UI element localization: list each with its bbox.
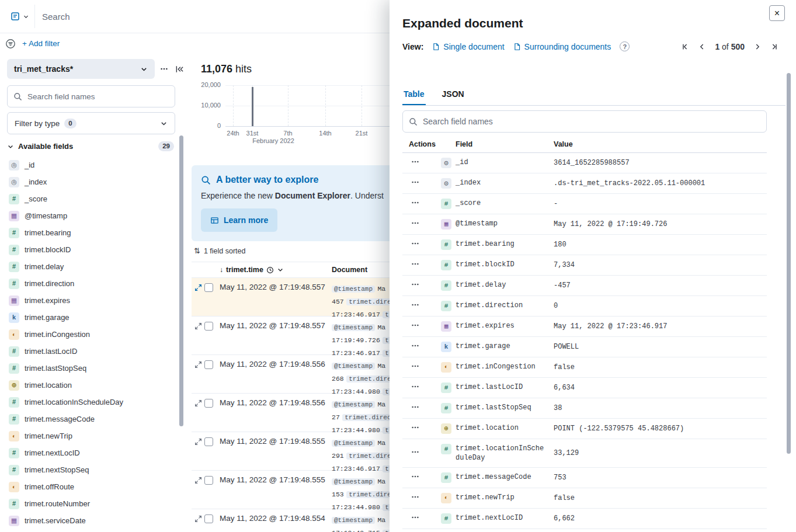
index-pattern-name: tri_met_tracks*	[14, 64, 73, 74]
sidebar-scrollbar[interactable]	[179, 135, 183, 426]
field-actions-button[interactable]	[411, 260, 419, 268]
clock-icon	[266, 266, 274, 274]
field-search-input[interactable]	[7, 85, 175, 107]
field-value: 6,634	[554, 379, 767, 397]
field-actions-button[interactable]	[411, 513, 419, 521]
callout-title: A better way to explore	[216, 175, 318, 185]
field-actions-button[interactable]	[411, 383, 419, 391]
field-list-item[interactable]: #trimet.locationInScheduleDay	[7, 394, 174, 411]
field-list-item[interactable]: ◐trimet.newTrip	[7, 427, 174, 444]
select-document-checkbox[interactable]	[204, 514, 213, 523]
expand-document-button[interactable]	[192, 513, 204, 523]
expand-document-button[interactable]	[192, 282, 204, 291]
add-filter-button[interactable]: + Add filter	[22, 39, 60, 48]
select-document-checkbox[interactable]	[204, 360, 213, 369]
field-list-item[interactable]: ▦trimet.expires	[7, 292, 174, 309]
index-pattern-switcher[interactable]: tri_met_tracks*	[7, 59, 155, 79]
actions-menu-icon	[411, 493, 419, 501]
learn-more-button[interactable]: Learn more	[201, 208, 277, 232]
field-list-item[interactable]: ◎_index	[7, 173, 174, 190]
first-page-button[interactable]	[681, 43, 689, 51]
time-column-header[interactable]: ↓ trimet.time	[220, 266, 332, 274]
field-list-item[interactable]: ▦trimet.serviceDate	[7, 512, 174, 529]
field-list-item[interactable]: #trimet.lastStopSeq	[7, 360, 174, 377]
field-list-item[interactable]: #trimet.delay	[7, 258, 174, 275]
field-actions-button[interactable]	[411, 493, 419, 501]
select-document-checkbox[interactable]	[204, 476, 213, 485]
field-actions-button[interactable]	[411, 403, 419, 411]
select-document-checkbox[interactable]	[204, 437, 213, 446]
last-page-button[interactable]	[770, 43, 778, 51]
field-list-item[interactable]: #trimet.messageCode	[7, 411, 174, 427]
tab-table[interactable]: Table	[402, 85, 426, 105]
field-actions-button[interactable]	[411, 423, 419, 432]
field-name: trimet.expires	[456, 321, 515, 331]
field-value: false	[554, 489, 767, 507]
field-actions-button[interactable]	[411, 219, 419, 227]
field-actions-button[interactable]	[411, 178, 419, 186]
field-list-item[interactable]: #trimet.nextLocID	[7, 444, 174, 461]
help-icon[interactable]: ?	[620, 41, 630, 51]
field-list-item[interactable]: #trimet.nextStopSeq	[7, 461, 174, 478]
field-value-text: 291	[332, 452, 344, 460]
available-fields-count-badge: 29	[158, 141, 174, 151]
field-list-item[interactable]: #trimet.lastLocID	[7, 343, 174, 360]
field-actions-button[interactable]	[411, 158, 419, 166]
flyout-field-search-input[interactable]	[402, 110, 767, 133]
select-document-checkbox[interactable]	[204, 322, 213, 331]
field-name: trimet.locationInScheduleDay	[25, 398, 123, 406]
field-actions-button[interactable]	[411, 472, 419, 481]
select-document-checkbox[interactable]	[204, 399, 213, 408]
expand-document-button[interactable]	[192, 398, 204, 407]
close-flyout-button[interactable]: ×	[769, 5, 785, 21]
field-actions-button[interactable]	[411, 342, 419, 350]
previous-page-button[interactable]	[698, 43, 706, 51]
field-list-item[interactable]: ◐trimet.inCongestion	[7, 326, 174, 343]
index-pattern-options-button[interactable]	[158, 62, 171, 75]
field-name: _id	[456, 158, 468, 167]
collapse-sidebar-button[interactable]	[173, 62, 186, 75]
expand-document-button[interactable]	[192, 475, 204, 484]
field-value: 3614_1652285988557	[554, 154, 767, 172]
field-type-date-icon: ▦	[9, 516, 19, 526]
field-actions-button[interactable]	[411, 321, 419, 329]
filter-menu-button[interactable]	[5, 39, 16, 49]
flyout-scrollbar[interactable]	[787, 73, 791, 454]
chevron-down-icon	[140, 65, 148, 73]
expand-document-button[interactable]	[192, 359, 204, 368]
actions-menu-icon	[411, 178, 419, 186]
tab-json[interactable]: JSON	[441, 85, 465, 105]
single-document-link[interactable]: Single document	[432, 42, 504, 51]
surrounding-documents-link[interactable]: Surrounding documents	[513, 42, 611, 51]
field-list-item[interactable]: #trimet.routeNumber	[7, 495, 174, 512]
field-list-item[interactable]: ◐trimet.offRoute	[7, 478, 174, 495]
field-actions-button[interactable]	[411, 301, 419, 309]
field-actions-button[interactable]	[411, 199, 419, 207]
select-document-checkbox[interactable]	[204, 283, 213, 292]
field-actions-button[interactable]	[411, 280, 419, 288]
document-field-row: #trimet.direction0	[402, 296, 767, 317]
expand-document-button[interactable]	[192, 321, 204, 330]
field-list-item[interactable]: ▦@timestamp	[7, 207, 174, 224]
field-actions-button[interactable]	[411, 362, 419, 370]
filter-by-type-button[interactable]: Filter by type 0	[7, 112, 175, 134]
y-tick-label: 0	[217, 122, 221, 129]
next-page-button[interactable]	[753, 43, 762, 51]
expand-document-button[interactable]	[192, 436, 204, 446]
field-type-number-icon: #	[9, 279, 19, 289]
field-list-item[interactable]: #trimet.bearing	[7, 224, 174, 241]
field-list-item[interactable]: ◎_id	[7, 157, 174, 173]
chart-bar	[252, 87, 253, 126]
field-actions-button[interactable]	[411, 448, 419, 456]
field-list-item[interactable]: ⊕trimet.location	[7, 377, 174, 394]
field-list-item[interactable]: #trimet.direction	[7, 275, 174, 292]
query-menu-button[interactable]	[5, 5, 35, 28]
field-actions-button[interactable]	[411, 239, 419, 248]
field-value-text: 17:23:46.917	[332, 465, 380, 472]
available-fields-header[interactable]: Available fields 29	[7, 141, 174, 151]
expanded-document-flyout: × Expanded document View: Single documen…	[390, 0, 796, 532]
sorted-fields-button[interactable]: ⇅ 1 field sorted	[194, 246, 245, 255]
field-list-item[interactable]: #trimet.blockID	[7, 241, 174, 258]
field-list-item[interactable]: ktrimet.garage	[7, 309, 174, 326]
field-list-item[interactable]: #_score	[7, 190, 174, 207]
